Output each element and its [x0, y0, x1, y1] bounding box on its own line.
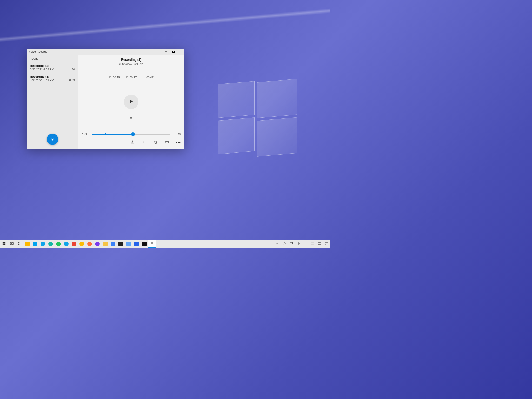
record-button[interactable] [47, 134, 58, 145]
ime-icon [317, 242, 321, 247]
store-icon [25, 242, 30, 246]
window-title: Voice Recorder [27, 50, 163, 53]
phone-icon [33, 242, 37, 246]
edge-dev-icon [48, 242, 53, 246]
wallpaper-light-streak [0, 0, 330, 52]
taskbar-app-task-view[interactable] [8, 240, 16, 248]
tray-network[interactable] [289, 242, 293, 246]
taskbar-app-store[interactable] [23, 240, 31, 248]
edge-icon [41, 242, 45, 246]
taskbar-app-edge-dev[interactable] [47, 240, 55, 248]
settings-icon [18, 242, 22, 247]
taskbar-app-mail[interactable] [109, 240, 117, 248]
cmd-icon [142, 242, 147, 246]
firefox-dev-icon [95, 242, 100, 246]
trim-button[interactable] [142, 140, 147, 145]
taskbar-app-photos[interactable] [132, 240, 140, 248]
titlebar[interactable]: Voice Recorder [27, 49, 184, 55]
taskbar-app-cmd[interactable] [140, 240, 148, 248]
usb-icon [303, 242, 307, 247]
taskbar-app-phone[interactable] [31, 240, 39, 248]
marker-chip[interactable]: 00:27 [126, 76, 137, 79]
timeline: 0:47 1:30 [78, 132, 184, 136]
timeline-tick [116, 133, 116, 135]
marker-chip[interactable]: 00:47 [142, 76, 154, 79]
taskbar-app-settings[interactable] [16, 240, 23, 248]
recording-list-item[interactable]: Recording (4)3/30/2021 4:05 PM1:30 [27, 62, 78, 73]
marker-chip[interactable]: 00:15 [109, 76, 120, 79]
edge-beta-icon [56, 242, 61, 246]
tray-ime[interactable] [317, 242, 321, 246]
marker-time: 00:15 [113, 76, 120, 79]
taskbar-app-edge-canary[interactable] [62, 240, 70, 248]
voice-recorder-window: Voice Recorder Today Recording (4)3/30/2… [27, 49, 184, 149]
mail-icon [111, 242, 115, 246]
share-button[interactable] [130, 140, 135, 145]
edge-canary-icon [64, 242, 69, 246]
add-marker-button[interactable] [129, 117, 133, 122]
timeline-tick [105, 133, 106, 135]
play-button[interactable] [124, 95, 138, 109]
rename-button[interactable] [165, 140, 169, 145]
task-view-icon [10, 242, 14, 247]
tray-chevron-up[interactable] [275, 242, 279, 246]
voice-recorder-icon [150, 242, 154, 247]
taskbar-app-voice-recorder[interactable] [148, 240, 156, 248]
chrome-canary-icon [79, 242, 84, 246]
tray-onedrive[interactable] [282, 242, 286, 246]
seek-track[interactable] [92, 132, 170, 136]
ellipsis-icon: ••• [176, 141, 181, 144]
tray-keyboard[interactable] [310, 242, 314, 246]
recording-list-item[interactable]: Recording (3)3/30/2021 1:43 PM0:09 [27, 73, 78, 84]
tray-action-center[interactable] [324, 242, 328, 246]
svg-rect-3 [2, 242, 4, 243]
taskbar-app-app1[interactable] [125, 240, 132, 248]
trash-icon [154, 140, 158, 145]
svg-rect-6 [4, 243, 5, 245]
delete-button[interactable] [153, 140, 158, 145]
taskbar-app-firefox-dev[interactable] [94, 240, 101, 248]
taskbar [0, 240, 330, 248]
photos-icon [134, 242, 139, 246]
tray-usb[interactable] [303, 242, 307, 246]
recording-detail-pane: Recording (4) 3/30/2021 4:05 PM 00:1500:… [78, 55, 184, 149]
section-header-today: Today [28, 55, 76, 62]
svg-rect-0 [173, 51, 175, 53]
svg-rect-13 [311, 243, 314, 244]
taskbar-app-edge[interactable] [39, 240, 47, 248]
rename-icon [165, 140, 169, 145]
taskbar-app-start[interactable] [0, 240, 8, 248]
recording-name: Recording (4) [30, 64, 49, 67]
tray-volume[interactable] [296, 242, 300, 246]
recording-name: Recording (3) [30, 75, 49, 78]
minimize-button[interactable] [163, 49, 170, 55]
taskbar-app-explorer[interactable] [101, 240, 109, 248]
svg-rect-11 [290, 242, 293, 244]
svg-rect-2 [165, 141, 168, 143]
svg-rect-4 [4, 242, 5, 243]
flag-icon [142, 76, 145, 79]
wallpaper-windows-logo [218, 81, 297, 156]
maximize-button[interactable] [170, 49, 177, 55]
svg-rect-5 [2, 243, 4, 244]
app1-icon [126, 242, 131, 246]
svg-point-12 [305, 242, 306, 242]
svg-rect-1 [52, 137, 53, 139]
chevron-up-icon [275, 242, 279, 247]
taskbar-app-edge-beta[interactable] [55, 240, 62, 248]
network-icon [289, 242, 293, 247]
taskbar-app-chrome-canary[interactable] [78, 240, 86, 248]
more-button[interactable]: ••• [176, 140, 181, 145]
play-icon [129, 99, 134, 105]
volume-icon [296, 242, 300, 247]
marker-time: 00:27 [130, 76, 137, 79]
marker-list: 00:1500:2700:47 [109, 76, 154, 79]
explorer-icon [103, 242, 108, 246]
taskbar-app-chrome[interactable] [70, 240, 78, 248]
recording-duration: 0:09 [69, 79, 75, 82]
keyboard-icon [310, 242, 314, 247]
svg-rect-10 [151, 242, 152, 244]
taskbar-app-terminal[interactable] [117, 240, 125, 248]
taskbar-app-firefox[interactable] [86, 240, 94, 248]
close-button[interactable] [177, 49, 184, 55]
